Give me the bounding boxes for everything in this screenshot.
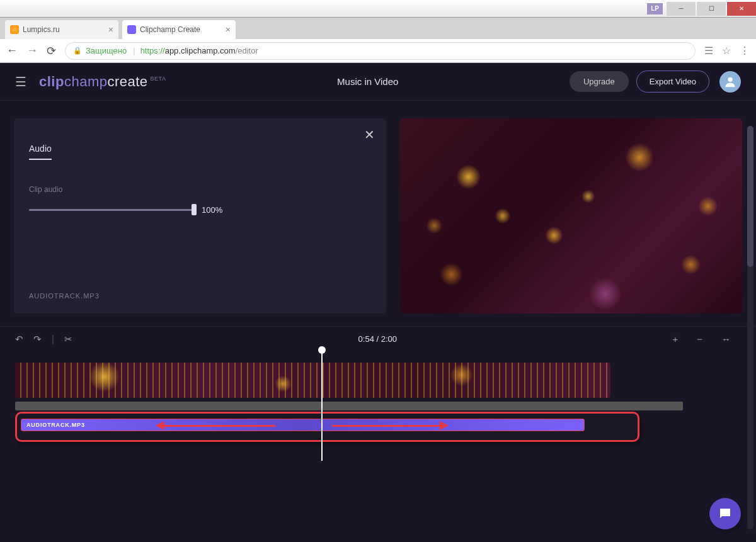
nav-forward-button[interactable]: → — [26, 44, 38, 57]
window-maximize-button[interactable]: ☐ — [697, 2, 726, 16]
url-input[interactable]: 🔒 Защищено | https://app.clipchamp.com/e… — [65, 42, 696, 60]
url-path: /editor — [236, 46, 258, 55]
url-protocol: https:// — [140, 46, 165, 55]
redo-icon[interactable]: ↷ — [33, 334, 42, 345]
editor-main: ✕ Audio Clip audio 100% AUDIOTRACK.MP3 — [0, 101, 756, 326]
video-preview[interactable] — [400, 118, 742, 313]
window-titlebar: LP ─ ☐ ✕ — [0, 0, 756, 18]
avatar[interactable] — [719, 71, 741, 93]
playhead[interactable] — [321, 351, 323, 461]
slider-label: Clip audio — [29, 185, 371, 194]
window-minimize-button[interactable]: ─ — [667, 2, 696, 16]
panel-tab-audio[interactable]: Audio — [29, 144, 52, 160]
window-badge: LP — [647, 3, 663, 14]
url-domain: app.clipchamp.com — [165, 46, 236, 55]
scrollbar[interactable] — [747, 126, 753, 529]
secure-label: Защищено — [86, 46, 127, 55]
menu-icon[interactable]: ⋮ — [740, 45, 750, 57]
audio-track-clip[interactable]: AUDIOTRACK.MP3 — [21, 419, 585, 431]
clip-filename: AUDIOTRACK.MP3 — [29, 292, 100, 300]
browser-tab[interactable]: Lumpics.ru × — [5, 20, 118, 39]
slider-value: 100% — [202, 205, 222, 215]
upgrade-button[interactable]: Upgrade — [570, 71, 629, 92]
tab-title: Lumpics.ru — [23, 25, 60, 34]
tab-favicon-icon — [127, 25, 136, 34]
app-header: ☰ clipchampcreateBETA Music in Video Upg… — [0, 63, 756, 101]
playhead-handle-icon[interactable] — [318, 346, 326, 354]
lock-icon: 🔒 — [73, 47, 82, 55]
audio-clip-label: AUDIOTRACK.MP3 — [26, 422, 85, 428]
track-placeholder — [15, 402, 683, 410]
scrollbar-thumb[interactable] — [747, 126, 753, 267]
tab-title: Clipchamp Create — [140, 25, 200, 34]
app-container: ☰ clipchampcreateBETA Music in Video Upg… — [0, 63, 756, 542]
translate-icon[interactable]: ☰ — [704, 45, 713, 57]
zoom-fit-icon[interactable]: ↔ — [721, 334, 731, 344]
timeline-timecode: 0:54 / 2:00 — [83, 334, 672, 344]
browser-tabs: Lumpics.ru × Clipchamp Create × — [0, 18, 756, 39]
clip-audio-control: Clip audio 100% — [29, 185, 371, 215]
tab-favicon-icon — [10, 25, 19, 34]
bookmark-icon[interactable]: ☆ — [722, 45, 731, 57]
export-video-button[interactable]: Export Video — [636, 71, 709, 93]
annotation-arrow-left-icon — [162, 425, 275, 427]
nav-back-button[interactable]: ← — [6, 44, 18, 57]
address-bar: ← → ⟳ 🔒 Защищено | https://app.clipchamp… — [0, 39, 756, 63]
nav-reload-button[interactable]: ⟳ — [47, 44, 56, 58]
zoom-in-icon[interactable]: + — [672, 334, 678, 344]
volume-slider[interactable] — [29, 209, 193, 211]
zoom-controls: + − ↔ — [672, 334, 741, 344]
scissors-icon[interactable]: ✂ — [64, 334, 72, 345]
annotation-arrow-right-icon — [332, 425, 442, 427]
annotation-highlight: AUDIOTRACK.MP3 — [15, 412, 639, 442]
tab-close-icon[interactable]: × — [226, 25, 231, 35]
audio-panel: ✕ Audio Clip audio 100% AUDIOTRACK.MP3 — [14, 118, 386, 313]
slider-thumb[interactable] — [192, 204, 197, 215]
close-icon[interactable]: ✕ — [364, 127, 375, 142]
tab-close-icon[interactable]: × — [108, 25, 113, 35]
timeline[interactable]: AUDIOTRACK.MP3 — [0, 351, 756, 467]
zoom-out-icon[interactable]: − — [697, 334, 702, 344]
timeline-toolbar: ↶ ↷ | ✂ 0:54 / 2:00 + − ↔ — [0, 326, 756, 351]
browser-tab[interactable]: Clipchamp Create × — [122, 20, 236, 39]
undo-icon[interactable]: ↶ — [15, 334, 23, 345]
svg-point-0 — [728, 77, 732, 81]
user-icon — [723, 75, 737, 89]
chat-icon — [718, 506, 733, 521]
window-close-button[interactable]: ✕ — [727, 2, 756, 16]
app-logo: clipchampcreateBETA — [39, 74, 166, 90]
project-title[interactable]: Music in Video — [166, 76, 569, 87]
video-track-clip[interactable] — [15, 363, 610, 398]
chat-button[interactable] — [709, 498, 741, 529]
hamburger-icon[interactable]: ☰ — [15, 74, 26, 89]
